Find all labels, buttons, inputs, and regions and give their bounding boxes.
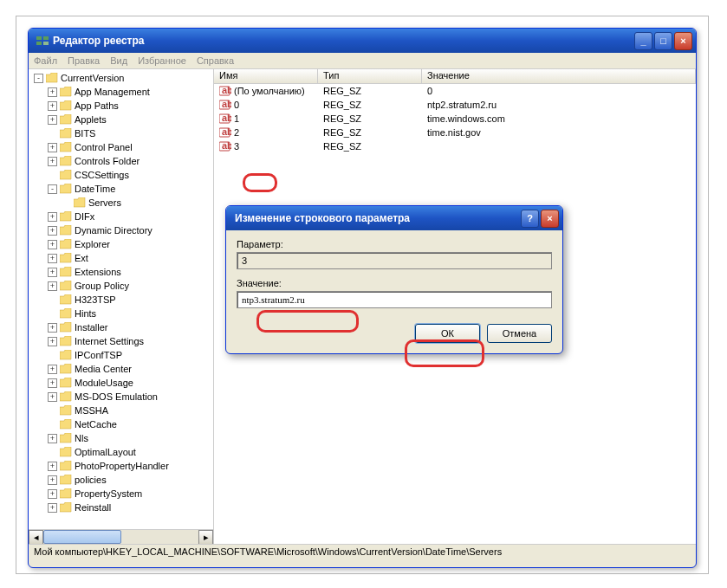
expander-icon[interactable]: + [48, 392, 57, 402]
tree-item[interactable]: +Group Policy [30, 279, 211, 293]
tree-item-label: Explorer [75, 239, 110, 249]
tree-item[interactable]: +Extensions [30, 265, 211, 279]
tree-item[interactable]: +Reinstall [30, 501, 211, 514]
dialog-help-button[interactable]: ? [521, 210, 539, 228]
dialog-close-button[interactable]: × [541, 210, 559, 228]
tree-item[interactable]: BITS [30, 126, 211, 140]
tree-item[interactable]: +Internet Settings [30, 334, 211, 348]
expander-icon[interactable]: + [48, 323, 57, 333]
tree-item[interactable]: +Media Center [30, 362, 211, 376]
expander-icon[interactable]: + [48, 378, 57, 388]
expander-icon[interactable] [48, 129, 57, 139]
list-row[interactable]: ab(По умолчанию)REG_SZ0 [214, 84, 696, 98]
tree-item[interactable]: CSCSettings [30, 168, 211, 182]
tree-item[interactable]: +App Management [30, 85, 211, 99]
tree-item[interactable]: MSSHA [30, 404, 211, 417]
main-titlebar[interactable]: Редактор реестра _ □ × [29, 29, 696, 53]
expander-icon[interactable]: + [48, 337, 57, 346]
menu-favorites[interactable]: Избранное [138, 55, 186, 66]
tree-item[interactable]: Servers [30, 196, 211, 210]
expander-icon[interactable] [48, 171, 57, 180]
tree-item[interactable]: IPConfTSP [30, 348, 211, 362]
expander-icon[interactable]: + [48, 489, 57, 499]
expander-icon[interactable]: + [48, 475, 57, 485]
expander-icon[interactable]: - [48, 184, 57, 194]
expander-icon[interactable]: + [48, 268, 57, 277]
header-value[interactable]: Значение [422, 69, 696, 83]
tree-item[interactable]: +policies [30, 473, 211, 487]
list-row[interactable]: ab3REG_SZ [214, 139, 696, 153]
expander-icon[interactable]: + [48, 157, 57, 166]
close-button[interactable]: × [674, 32, 692, 50]
scroll-thumb[interactable] [43, 530, 121, 544]
scroll-left-icon[interactable]: ◂ [29, 530, 43, 544]
tree-scrollbar-h[interactable]: ◂ ▸ [29, 529, 213, 544]
tree-item[interactable]: +Ext [30, 251, 211, 265]
expander-icon[interactable] [48, 448, 57, 457]
tree-item[interactable]: Hints [30, 307, 211, 320]
expander-icon[interactable]: + [48, 240, 57, 249]
tree-item[interactable]: +Installer [30, 320, 211, 334]
tree-item[interactable]: -DateTime [30, 182, 211, 196]
folder-icon [60, 502, 72, 513]
tree-item-label: Installer [75, 322, 108, 333]
maximize-button[interactable]: □ [654, 32, 672, 50]
svg-text:ab: ab [222, 85, 231, 95]
expander-icon[interactable]: + [48, 254, 57, 263]
menu-edit[interactable]: Правка [68, 55, 100, 66]
expander-icon[interactable]: + [48, 226, 57, 236]
expander-icon[interactable]: + [48, 143, 57, 152]
expander-icon[interactable] [62, 198, 71, 208]
header-type[interactable]: Тип [318, 69, 422, 83]
dialog-titlebar[interactable]: Изменение строкового параметра ? × [226, 206, 562, 230]
menu-help[interactable]: Справка [197, 55, 234, 66]
minimize-button[interactable]: _ [634, 32, 652, 50]
tree-item[interactable]: +App Paths [30, 99, 211, 113]
list-row[interactable]: ab1REG_SZtime.windows.com [214, 112, 696, 126]
value-input[interactable] [237, 291, 552, 308]
tree-item[interactable]: +Controls Folder [30, 154, 211, 168]
tree-item[interactable]: +ModuleUsage [30, 376, 211, 390]
expander-icon[interactable]: + [48, 212, 57, 222]
reg-string-icon: ab [219, 140, 231, 152]
expander-icon[interactable] [48, 420, 57, 430]
expander-icon[interactable]: + [48, 503, 57, 513]
expander-icon[interactable]: + [48, 365, 57, 374]
expander-icon[interactable]: - [34, 74, 43, 83]
tree-item[interactable]: NetCache [30, 417, 211, 431]
expander-icon[interactable]: + [48, 101, 57, 111]
cancel-button[interactable]: Отмена [487, 324, 552, 343]
scroll-right-icon[interactable]: ▸ [198, 530, 213, 544]
tree-item[interactable]: +Control Panel [30, 140, 211, 154]
list-row[interactable]: ab2REG_SZtime.nist.gov [214, 126, 696, 139]
tree-item[interactable]: -CurrentVersion [30, 71, 211, 85]
expander-icon[interactable]: + [48, 115, 57, 125]
tree-item[interactable]: +Nls [30, 431, 211, 445]
expander-icon[interactable] [48, 309, 57, 319]
expander-icon[interactable]: + [48, 462, 57, 471]
value-name: 0 [234, 100, 239, 110]
tree-item[interactable]: +MS-DOS Emulation [30, 390, 211, 404]
tree-item[interactable]: +DIFx [30, 210, 211, 223]
header-name[interactable]: Имя [214, 69, 318, 83]
tree-item[interactable]: +Explorer [30, 237, 211, 251]
tree-item[interactable]: H323TSP [30, 293, 211, 307]
expander-icon[interactable]: + [48, 281, 57, 291]
tree-item[interactable]: +PropertySystem [30, 487, 211, 501]
expander-icon[interactable] [48, 351, 57, 360]
expander-icon[interactable] [48, 406, 57, 416]
tree-item[interactable]: +Dynamic Directory [30, 223, 211, 237]
menu-file[interactable]: Файл [34, 55, 57, 66]
expander-icon[interactable]: + [48, 434, 57, 443]
ok-button[interactable]: ОК [415, 324, 480, 343]
tree-item[interactable]: OptimalLayout [30, 445, 211, 459]
registry-tree[interactable]: -CurrentVersion+App Management+App Paths… [29, 69, 213, 527]
list-row[interactable]: ab0REG_SZntp2.stratum2.ru [214, 98, 696, 112]
folder-icon [60, 364, 72, 374]
expander-icon[interactable]: + [48, 87, 57, 97]
menu-view[interactable]: Вид [110, 55, 127, 66]
tree-item-label: App Management [75, 87, 150, 97]
tree-item[interactable]: +Applets [30, 113, 211, 126]
expander-icon[interactable] [48, 295, 57, 305]
tree-item[interactable]: +PhotoPropertyHandler [30, 459, 211, 473]
